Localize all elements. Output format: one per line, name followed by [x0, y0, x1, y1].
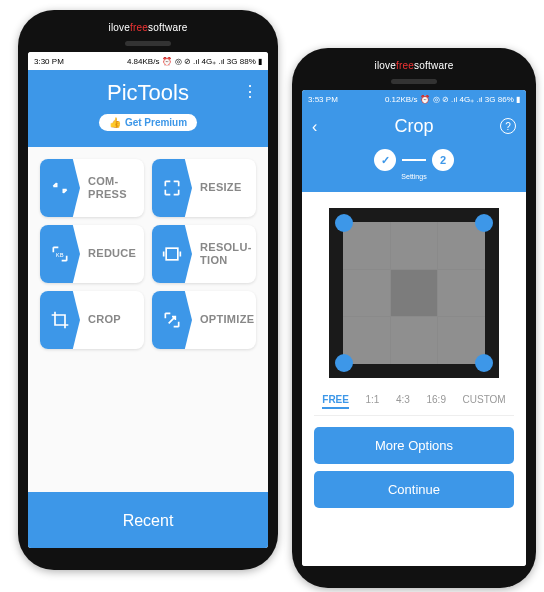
- page-title: Crop: [312, 116, 516, 137]
- crop-handle-br[interactable]: [475, 354, 493, 372]
- crop-grid: [343, 222, 485, 364]
- phone-right: ilovefreesoftware 3:53 PM 0.12KB/s ⏰ ◎ ⊘…: [292, 48, 536, 588]
- tool-optimize[interactable]: OPTIMIZE: [152, 291, 256, 349]
- svg-text:KB: KB: [56, 252, 64, 258]
- tool-crop[interactable]: CROP: [40, 291, 144, 349]
- get-premium-button[interactable]: 👍 Get Premium: [99, 114, 197, 131]
- screen-left: 3:30 PM 4.84KB/s ⏰ ◎ ⊘ .ıl 4G₊ .ıl 3G 88…: [28, 52, 268, 548]
- tool-compress[interactable]: COM- PRESS: [40, 159, 144, 217]
- speaker: [125, 41, 171, 46]
- svg-rect-1: [166, 248, 178, 260]
- step-2: 2: [432, 149, 454, 171]
- watermark: ilovefreesoftware: [108, 20, 187, 37]
- more-menu-icon[interactable]: ⋮: [242, 82, 258, 101]
- tool-grid: COM- PRESS RESIZE KB REDUCE: [28, 147, 268, 492]
- speaker: [391, 79, 437, 84]
- aspect-ratio-tabs: FREE 1:1 4:3 16:9 CUSTOM: [314, 392, 514, 416]
- step-1-done: [374, 149, 396, 171]
- watermark: ilovefreesoftware: [374, 58, 453, 75]
- status-time: 3:30 PM: [34, 57, 64, 66]
- tool-label: RESIZE: [192, 181, 256, 194]
- optimize-icon: [152, 291, 192, 349]
- ratio-1-1[interactable]: 1:1: [366, 392, 380, 409]
- tool-label: RESOLU- TION: [192, 241, 256, 267]
- help-icon[interactable]: ?: [500, 118, 516, 134]
- crop-canvas[interactable]: [329, 208, 499, 378]
- tool-reduce[interactable]: KB REDUCE: [40, 225, 144, 283]
- phone-left: ilovefreesoftware 3:30 PM 4.84KB/s ⏰ ◎ ⊘…: [18, 10, 278, 570]
- crop-handle-tr[interactable]: [475, 214, 493, 232]
- resolution-icon: [152, 225, 192, 283]
- ratio-free[interactable]: FREE: [322, 392, 349, 409]
- app-title: PicTools: [36, 80, 260, 106]
- step-label: Settings: [312, 173, 516, 180]
- tool-label: REDUCE: [80, 247, 144, 260]
- status-time: 3:53 PM: [308, 95, 338, 104]
- stepper: 2: [312, 149, 516, 171]
- crop-header: ‹ ? Crop 2 Settings: [302, 108, 526, 192]
- crop-main: FREE 1:1 4:3 16:9 CUSTOM More Options Co…: [302, 192, 526, 566]
- more-options-button[interactable]: More Options: [314, 427, 514, 464]
- status-icons: 0.12KB/s ⏰ ◎ ⊘ .ıl 4G₊ .ıl 3G 86% ▮: [385, 95, 520, 104]
- tool-label: COM- PRESS: [80, 175, 144, 201]
- screen-right: 3:53 PM 0.12KB/s ⏰ ◎ ⊘ .ıl 4G₊ .ıl 3G 86…: [302, 90, 526, 566]
- crop-handle-tl[interactable]: [335, 214, 353, 232]
- resize-icon: [152, 159, 192, 217]
- continue-button[interactable]: Continue: [314, 471, 514, 508]
- tool-resize[interactable]: RESIZE: [152, 159, 256, 217]
- crop-handle-bl[interactable]: [335, 354, 353, 372]
- tool-label: OPTIMIZE: [192, 313, 256, 326]
- tool-label: CROP: [80, 313, 144, 326]
- compress-icon: [40, 159, 80, 217]
- ratio-custom[interactable]: CUSTOM: [463, 392, 506, 409]
- back-icon[interactable]: ‹: [312, 118, 317, 136]
- crop-icon: [40, 291, 80, 349]
- statusbar: 3:30 PM 4.84KB/s ⏰ ◎ ⊘ .ıl 4G₊ .ıl 3G 88…: [28, 52, 268, 70]
- reduce-icon: KB: [40, 225, 80, 283]
- ratio-16-9[interactable]: 16:9: [427, 392, 446, 409]
- thumbs-up-icon: 👍: [109, 117, 121, 128]
- step-line: [402, 159, 426, 161]
- ratio-4-3[interactable]: 4:3: [396, 392, 410, 409]
- statusbar: 3:53 PM 0.12KB/s ⏰ ◎ ⊘ .ıl 4G₊ .ıl 3G 86…: [302, 90, 526, 108]
- recent-section[interactable]: Recent: [28, 492, 268, 548]
- tool-resolution[interactable]: RESOLU- TION: [152, 225, 256, 283]
- app-header: PicTools 👍 Get Premium ⋮: [28, 70, 268, 147]
- status-icons: 4.84KB/s ⏰ ◎ ⊘ .ıl 4G₊ .ıl 3G 88% ▮: [127, 57, 262, 66]
